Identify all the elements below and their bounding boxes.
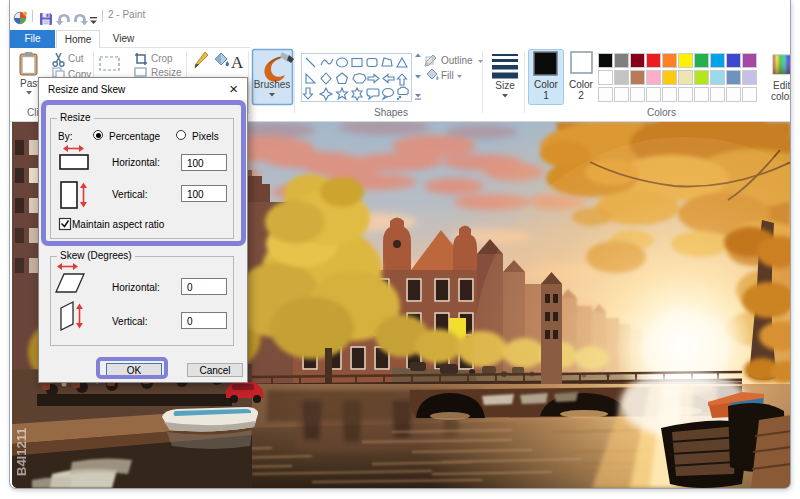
svg-text:Crop: Crop	[151, 53, 173, 64]
svg-text:Fill: Fill	[441, 70, 454, 81]
svg-text:Size: Size	[495, 80, 515, 91]
svg-text:1: 1	[543, 90, 549, 101]
svg-text:Color: Color	[569, 79, 594, 90]
svg-text:Color: Color	[534, 79, 559, 90]
svg-text:Outline: Outline	[441, 55, 473, 66]
svg-text:Edit: Edit	[773, 80, 790, 91]
svg-text:A: A	[231, 53, 244, 72]
svg-text:colors: colors	[771, 91, 790, 102]
svg-text:B4I1211: B4I1211	[14, 428, 29, 476]
svg-text:2: 2	[578, 90, 584, 101]
svg-text:Cut: Cut	[68, 53, 84, 64]
svg-text:Brushes: Brushes	[254, 79, 291, 90]
